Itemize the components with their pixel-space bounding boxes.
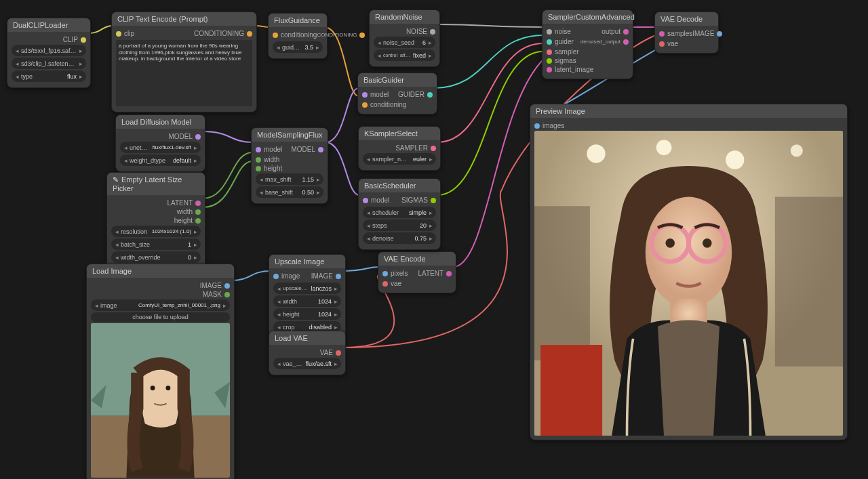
widget-denoise[interactable]: ◂denoise0.75▸ — [363, 232, 436, 244]
port-sigmas-in[interactable] — [547, 58, 552, 64]
node-vae-decode[interactable]: VAE Decode samples IMAGE vae — [654, 12, 719, 54]
port-image-out[interactable] — [224, 283, 230, 289]
widget-width[interactable]: ◂width1024▸ — [273, 295, 341, 307]
port-clip[interactable] — [81, 37, 86, 43]
port-latent-in[interactable] — [547, 67, 552, 72]
port-images-in[interactable] — [534, 123, 540, 129]
svg-rect-13 — [540, 345, 602, 436]
node-title: ✎Empty Latent Size Picker — [107, 173, 205, 195]
upload-button[interactable]: choose file to upload — [91, 312, 230, 322]
widget-steps[interactable]: ◂steps20▸ — [363, 220, 436, 231]
node-vae-encode[interactable]: VAE Encode pixels LATENT vae — [378, 251, 456, 293]
port-denoised[interactable] — [623, 39, 629, 45]
node-title: VAE Encode — [378, 252, 456, 266]
port-cond-in[interactable] — [273, 33, 278, 38]
port-vae-out[interactable] — [336, 350, 341, 356]
widget-dtype[interactable]: ◂weight_dtypedefault▸ — [120, 154, 201, 166]
node-title: Load Image — [87, 264, 234, 278]
widget-sched[interactable]: ◂schedulersimple▸ — [363, 207, 436, 218]
port-model-out[interactable] — [195, 134, 201, 140]
port-height-in[interactable] — [256, 166, 261, 171]
node-ksamplerselect[interactable]: KSamplerSelect SAMPLER ◂sampler_nameeule… — [358, 126, 441, 171]
widget-clip1[interactable]: ◂sd3/t5xxl_fp16.safetensors▸ — [12, 45, 86, 56]
port-sampler-out[interactable] — [431, 146, 436, 151]
widget-type[interactable]: ◂typeflux▸ — [12, 70, 86, 82]
node-sampler-custom-advanced[interactable]: SamplerCustomAdvanced noise output guide… — [542, 9, 633, 79]
node-title: ModelSamplingFlux — [252, 128, 328, 142]
node-basicguider[interactable]: BasicGuider model GUIDER conditioning — [357, 72, 437, 114]
widget-guidance[interactable]: ◂guidance3.5▸ — [273, 41, 323, 53]
port-vae-in[interactable] — [382, 281, 388, 287]
node-title: KSamplerSelect — [359, 127, 440, 140]
node-modelsamplingflux[interactable]: ModelSamplingFlux model MODEL width heig… — [251, 127, 328, 204]
widget-res[interactable]: ◂resolution1024x1024 (1.0)▸ — [111, 226, 201, 237]
port-height[interactable] — [195, 218, 201, 224]
node-load-diffusion[interactable]: Load Diffusion Model MODEL ◂unet_nameflu… — [115, 114, 205, 172]
port-cond-out[interactable] — [247, 31, 252, 37]
port-model-in[interactable] — [256, 147, 261, 152]
port-model-out[interactable] — [318, 147, 323, 152]
widget-maxshift[interactable]: ◂max_shift1.15▸ — [256, 173, 323, 185]
svg-rect-11 — [534, 206, 590, 360]
widget-clip2[interactable]: ◂sd3/clip_l.safetensors▸ — [12, 58, 86, 69]
widget-baseshift[interactable]: ◂base_shift0.50▸ — [256, 186, 323, 198]
node-load-image[interactable]: Load Image IMAGE MASK ◂imageComfyUI_temp… — [86, 264, 235, 479]
svg-point-7 — [587, 144, 605, 163]
node-title: RandomNoise — [370, 10, 439, 24]
port-model-in[interactable] — [362, 92, 368, 98]
node-clip-text-encode[interactable]: CLIP Text Encode (Prompt) clip CONDITION… — [111, 12, 257, 112]
node-load-vae[interactable]: Load VAE VAE ◂vae_nameflux/ae.sft▸ — [269, 331, 346, 375]
widget-unet[interactable]: ◂unet_nameflux/flux1-dev.sft▸ — [120, 142, 201, 153]
widget-sampname[interactable]: ◂sampler_nameeuler▸ — [363, 153, 436, 165]
node-title: Load VAE — [269, 331, 345, 345]
prompt-text[interactable]: a portrait of a young woman from the 90s… — [116, 40, 252, 106]
node-title: Upscale Image — [269, 255, 345, 268]
node-preview-image[interactable]: Preview Image images — [530, 104, 848, 440]
port-sampler-in[interactable] — [547, 49, 552, 55]
port-width-in[interactable] — [256, 157, 261, 163]
port-model-in[interactable] — [363, 198, 368, 203]
widget-image[interactable]: ◂imageComfyUI_temp_znhll_00001_.png▸ — [91, 299, 230, 311]
port-guider-in[interactable] — [547, 39, 552, 45]
widget-method[interactable]: ◂upscale_methodlanczos▸ — [273, 283, 341, 294]
port-latent-out[interactable] — [446, 271, 452, 276]
node-title: BasicGuider — [358, 73, 437, 87]
node-title: Preview Image — [530, 104, 847, 118]
widget-seed[interactable]: ◂noise_seed6▸ — [374, 37, 435, 48]
port-output[interactable] — [623, 29, 629, 35]
node-title: BasicScheduler — [359, 179, 440, 192]
output-image-preview — [534, 131, 843, 436]
port-sigmas-out[interactable] — [431, 198, 436, 203]
port-noise-in[interactable] — [547, 29, 552, 35]
widget-wover[interactable]: ◂width_override0▸ — [111, 251, 201, 263]
widget-ctrl[interactable]: ◂control_after_generatefixed▸ — [374, 49, 435, 61]
port-image-out[interactable] — [717, 31, 722, 37]
node-upscale-image[interactable]: Upscale Image image IMAGE ◂upscale_metho… — [269, 254, 346, 339]
port-clip-in[interactable] — [116, 31, 121, 37]
svg-point-10 — [791, 144, 803, 157]
node-fluxguidance[interactable]: FluxGuidance conditioning CONDITIONING ◂… — [268, 13, 328, 59]
node-title: SamplerCustomAdvanced — [542, 10, 633, 24]
port-guider-out[interactable] — [427, 92, 433, 98]
port-cond-in[interactable] — [362, 102, 368, 108]
widget-vae[interactable]: ◂vae_nameflux/ae.sft▸ — [273, 358, 341, 369]
port-pixels-in[interactable] — [382, 271, 388, 276]
node-basicscheduler[interactable]: BasicScheduler model SIGMAS ◂schedulersi… — [358, 178, 441, 250]
widget-batch[interactable]: ◂batch_size1▸ — [111, 238, 201, 250]
port-latent[interactable] — [195, 201, 201, 206]
node-title: FluxGuidance — [269, 14, 327, 27]
node-dualcliploader[interactable]: DualCLIPLoader CLIP ◂sd3/t5xxl_fp16.safe… — [7, 18, 91, 88]
input-image-preview — [91, 323, 230, 478]
port-noise-out[interactable] — [430, 29, 435, 35]
svg-point-8 — [656, 140, 672, 155]
node-randomnoise[interactable]: RandomNoise NOISE ◂noise_seed6▸ ◂control… — [369, 9, 440, 67]
port-image-out[interactable] — [336, 274, 341, 279]
port-mask-out[interactable] — [224, 292, 230, 297]
port-cond-out[interactable] — [359, 33, 365, 38]
widget-height[interactable]: ◂height1024▸ — [273, 308, 341, 320]
port-vae-in[interactable] — [659, 41, 665, 47]
port-image-in[interactable] — [273, 274, 279, 279]
port-width[interactable] — [195, 209, 201, 215]
svg-point-9 — [726, 150, 744, 169]
port-samples-in[interactable] — [659, 31, 665, 37]
